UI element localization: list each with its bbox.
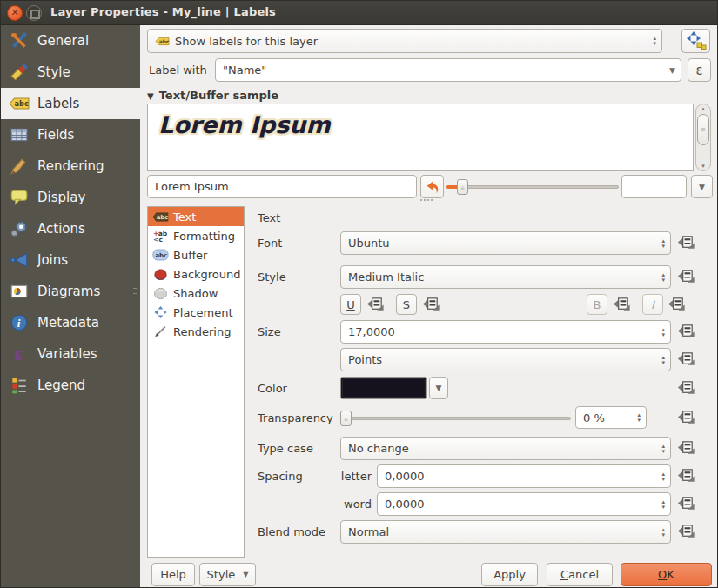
sidebar-item-label: Variables [37, 346, 97, 362]
label-with-select[interactable]: "Name" ▼ [215, 58, 681, 82]
tab-formatting[interactable]: +ab<c Formatting [148, 226, 244, 245]
tools-icon [8, 30, 30, 51]
data-defined-icon [676, 408, 696, 428]
sidebar-item-style[interactable]: Style [1, 57, 140, 88]
sample-size-slider[interactable]: ≡ [446, 175, 619, 198]
epsilon-icon: ε [695, 63, 702, 78]
data-defined-blend-mode-button[interactable] [676, 522, 697, 543]
size-value: 17,0000 [348, 325, 658, 338]
sample-text-input[interactable] [147, 175, 417, 198]
data-defined-letter-spacing-button[interactable] [676, 466, 697, 487]
sample-section-header[interactable]: ▼Text/Buffer sample [147, 89, 278, 102]
sample-size-spinbox[interactable] [621, 175, 687, 198]
slider-handle[interactable]: ≡ [457, 179, 468, 195]
tab-buffer[interactable]: abc Buffer [148, 245, 244, 264]
color-dropdown-button[interactable]: ▼ [429, 377, 448, 399]
word-spacing-spinbox[interactable]: 0,0000 ▴▾ [377, 492, 671, 516]
data-defined-bold-button[interactable] [612, 295, 633, 316]
data-defined-icon [676, 438, 696, 458]
chevron-down-icon: ▼ [436, 384, 442, 392]
sample-options-dropdown[interactable]: ▼ [691, 175, 713, 198]
scrollbar-thumb[interactable]: ≡ [697, 114, 709, 145]
sidebar-item-label: Labels [37, 96, 79, 111]
splitter-dots[interactable] [420, 199, 433, 201]
tab-label: Text [173, 210, 196, 224]
data-defined-type-case-button[interactable] [676, 438, 697, 459]
ok-button[interactable]: OK [621, 563, 712, 586]
cancel-button[interactable]: Cancel [547, 563, 613, 586]
sidebar-item-variables[interactable]: ε Variables [1, 338, 140, 370]
sidebar-item-rendering[interactable]: Rendering [1, 150, 140, 182]
close-icon[interactable]: ✕ [7, 5, 23, 21]
data-defined-icon [612, 295, 632, 315]
sidebar-item-joins[interactable]: Joins [1, 244, 140, 276]
sidebar-item-legend[interactable]: Legend [1, 370, 140, 401]
tab-label: Placement [173, 306, 233, 319]
letter-spacing-spinbox[interactable]: 0,0000 ▴▾ [377, 464, 671, 488]
spinner-icon: ▴▾ [661, 355, 665, 365]
data-defined-size-unit-button[interactable] [676, 350, 697, 371]
data-defined-icon [421, 295, 441, 315]
tab-background[interactable]: Background [148, 264, 244, 284]
transparency-spinbox[interactable]: 0 % ▴▾ [575, 406, 647, 429]
spinner-icon: ▴▾ [661, 499, 665, 510]
type-case-select[interactable]: No change ▴▾ [340, 437, 671, 460]
reset-sample-button[interactable] [420, 175, 444, 198]
svg-text:<: < [153, 236, 158, 244]
table-icon [8, 124, 30, 145]
strikeout-button[interactable]: S [396, 294, 417, 315]
data-defined-underline-button[interactable] [366, 295, 386, 316]
data-defined-icon [676, 267, 696, 287]
titlebar[interactable]: ✕ Layer Properties - My_line | Labels [1, 1, 718, 25]
text-section-title: Text [258, 211, 280, 224]
font-select[interactable]: Ubuntu ▴▾ [340, 231, 671, 255]
tab-shadow[interactable]: Shadow [148, 284, 244, 303]
sidebar-item-general[interactable]: General [1, 25, 140, 57]
scroll-up-icon[interactable]: ▴ [701, 105, 705, 112]
restore-icon[interactable] [26, 5, 42, 21]
tab-text[interactable]: abc Text [148, 207, 244, 226]
italic-button[interactable]: I [642, 294, 663, 315]
data-defined-strikeout-button[interactable] [421, 295, 442, 316]
preview-scrollbar[interactable]: ▴ ≡ ▾ [695, 104, 711, 171]
transparency-slider[interactable]: ≡ [340, 406, 571, 430]
sidebar-item-diagrams[interactable]: Diagrams [1, 276, 140, 307]
data-defined-italic-button[interactable] [667, 295, 688, 316]
bold-button-label: B [594, 298, 601, 311]
info-icon: i [8, 312, 30, 333]
sidebar-item-display[interactable]: Display [1, 182, 140, 213]
sidebar-item-fields[interactable]: Fields [1, 119, 140, 150]
sidebar-item-labels[interactable]: abc Labels [1, 88, 140, 119]
data-defined-style-button[interactable] [676, 267, 697, 288]
data-defined-color-button[interactable] [676, 378, 697, 399]
bold-button[interactable]: B [587, 294, 607, 315]
size-unit-select[interactable]: Points ▴▾ [340, 348, 671, 371]
tab-rendering[interactable]: Rendering [148, 322, 244, 341]
join-arrow-icon [8, 250, 30, 271]
data-defined-size-button[interactable] [676, 322, 697, 343]
data-defined-font-button[interactable] [676, 233, 697, 254]
size-spinbox[interactable]: 17,0000 ▴▾ [340, 320, 671, 344]
engine-settings-button[interactable] [681, 29, 710, 53]
tab-placement[interactable]: Placement [148, 303, 244, 322]
pane-splitter-handle[interactable] [133, 288, 138, 302]
sample-section-title: Text/Buffer sample [159, 89, 278, 102]
help-button[interactable]: Help [151, 563, 195, 586]
blend-mode-select[interactable]: Normal ▴▾ [340, 520, 671, 544]
sidebar-item-metadata[interactable]: i Metadata [1, 307, 140, 338]
data-defined-icon [676, 494, 696, 514]
apply-button[interactable]: Apply [481, 563, 538, 586]
color-swatch-button[interactable] [340, 377, 427, 399]
sidebar-item-label: General [37, 33, 89, 49]
underline-button[interactable]: U [340, 294, 361, 315]
data-defined-transparency-button[interactable] [676, 408, 697, 429]
sidebar-item-actions[interactable]: Actions [1, 213, 140, 244]
labels-mode-select[interactable]: abc Show labels for this layer ▴▾ [147, 29, 662, 53]
slider-handle[interactable]: ≡ [340, 411, 352, 426]
expression-builder-button[interactable]: ε [688, 58, 711, 82]
style-select[interactable]: Medium Italic ▴▾ [340, 265, 671, 289]
help-button-label: Help [160, 568, 186, 581]
style-menu-button[interactable]: Style ▼ [199, 563, 256, 586]
data-defined-word-spacing-button[interactable] [676, 494, 697, 515]
scroll-down-icon[interactable]: ▾ [701, 163, 705, 170]
